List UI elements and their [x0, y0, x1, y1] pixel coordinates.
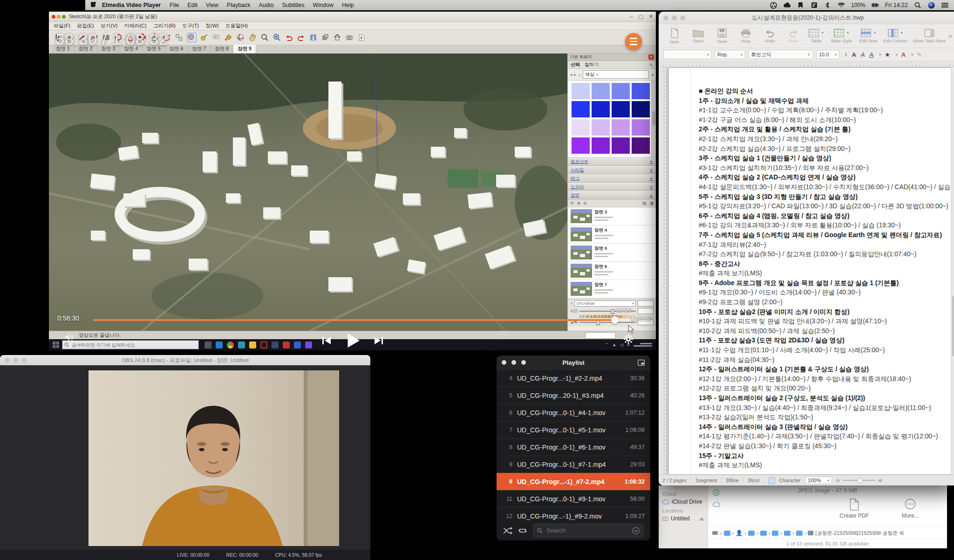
su-menu-help[interactable]: 도움말(H) [225, 22, 248, 29]
italic-button[interactable]: A [861, 51, 865, 58]
color-swatch[interactable] [612, 119, 630, 136]
playlist-search-input[interactable] [545, 526, 629, 534]
player-playlist-button[interactable] [625, 33, 642, 50]
shadow-value-box[interactable] [638, 300, 654, 307]
next-button[interactable] [373, 335, 384, 346]
style-select[interactable]: ▾ [663, 50, 712, 59]
color-swatch[interactable] [612, 137, 630, 154]
tab-select[interactable]: 선택 [571, 61, 580, 68]
disk-crumb-icon[interactable] [712, 530, 718, 536]
tray-section-header[interactable]: 태그▼ [568, 174, 656, 183]
scene-add-icon[interactable]: ⊕ [577, 201, 581, 205]
color-swatch[interactable] [632, 137, 650, 154]
zoom-tool-icon[interactable] [260, 33, 269, 42]
house-tool-icon[interactable] [333, 33, 342, 42]
undo-tool-icon[interactable] [285, 33, 293, 42]
home-icon[interactable]: ⌂ [578, 72, 581, 77]
scene-tab[interactable]: 장면 6 [165, 45, 188, 53]
table-button[interactable]: ▾ Table [805, 29, 826, 43]
zoom-out-icon[interactable]: ⊖ [836, 478, 840, 483]
color-swatch[interactable] [592, 83, 610, 99]
pip-icon[interactable] [638, 360, 645, 366]
tray-section-header[interactable]: 도우미▼ [568, 183, 656, 191]
date-slider[interactable] [579, 322, 636, 323]
volume-icon[interactable] [65, 333, 74, 341]
style-star-button[interactable]: ★ [885, 51, 890, 58]
orbit-tool-icon[interactable] [236, 33, 245, 42]
su-menu-draw[interactable]: 그리기(R) [153, 22, 176, 29]
app-icon-purple[interactable] [305, 341, 312, 348]
chrome-app-icon[interactable] [227, 341, 234, 348]
tray-chevron-icon[interactable]: ⌃ [605, 342, 609, 347]
scene-list-item[interactable]: 장면 7 [568, 280, 656, 298]
su-menu-edit[interactable]: 편집(E) [77, 22, 94, 29]
scene-list-item[interactable]: 장면 6 [568, 262, 656, 280]
su-menu-tools[interactable]: 도구(T) [182, 22, 199, 29]
bold-button[interactable]: A [852, 51, 856, 58]
tray-section-header[interactable]: 스타일▼ [568, 166, 656, 174]
su-menu-camera[interactable]: 카메라(C) [124, 22, 146, 29]
tray-section-header[interactable]: 컴포넌트▼ [568, 157, 656, 166]
create-pdf-button[interactable]: Create PDF [839, 499, 869, 519]
offset-tool-icon[interactable] [187, 33, 197, 42]
scene-tab[interactable]: 장면 8 [211, 45, 233, 53]
color-swatch[interactable] [632, 101, 650, 117]
forward-arrow-icon[interactable]: ▸ [574, 72, 577, 77]
export-tool-icon[interactable] [357, 33, 366, 42]
scene-list-item[interactable]: 장면 3 [568, 207, 656, 225]
edit-column-button[interactable]: ▾ Edit Column [881, 29, 910, 43]
scene-remove-icon[interactable]: ⊖ [583, 201, 587, 205]
color-swatch[interactable] [632, 119, 650, 136]
scene-view-options-icon[interactable]: ▤ [642, 201, 647, 205]
close-icon[interactable]: ✕ [649, 14, 653, 20]
scene-refresh-icon[interactable]: ⟳ [571, 201, 574, 205]
tray-section-scenes[interactable]: 장면▲ [568, 191, 656, 199]
spotlight-icon[interactable] [914, 1, 921, 9]
color-swatch[interactable] [572, 83, 590, 99]
menu-help[interactable]: Help [342, 2, 354, 8]
color-swatch[interactable] [572, 137, 590, 154]
menu-file[interactable]: File [170, 2, 179, 8]
scene-list-item[interactable]: 장면 5 [568, 244, 656, 262]
rep-select[interactable]: Rep.▾ [715, 50, 745, 59]
save-button[interactable]: Save [710, 28, 734, 44]
swatch-scrollbar[interactable] [651, 81, 656, 157]
new-button[interactable]: New [662, 28, 686, 44]
task-view-icon[interactable] [204, 341, 211, 348]
color-swatch[interactable] [592, 137, 610, 154]
zoom-slider[interactable] [843, 480, 875, 481]
undo-button[interactable]: Undo [758, 29, 782, 43]
tape-measure-tool-icon[interactable] [200, 33, 209, 42]
menu-view[interactable]: View [206, 2, 218, 8]
table-style-button[interactable]: ▾ Table Style [826, 29, 856, 43]
zoom-select[interactable]: 100%▾ [805, 477, 832, 484]
document-page[interactable]: ■ 온라인 강의 순서 1주 - 강의소개 / 실습 및 재택수업 과제 #1-… [669, 68, 954, 474]
su-menu-window[interactable]: 창(W) [205, 22, 219, 29]
sidebar-item-untitled[interactable]: Untitled ⏏ [662, 515, 704, 522]
shadow-toggle-icon[interactable]: ◔ [570, 301, 572, 306]
highlight-pen-button[interactable]: ✎ [917, 51, 922, 58]
folder-crumb-icon2[interactable] [748, 531, 755, 536]
materials-dropdown[interactable]: 색상▾ [583, 70, 649, 79]
toolbar-overflow-icon[interactable]: » [948, 32, 952, 40]
font-size-select[interactable]: 10.0▾ [816, 50, 839, 59]
measurement-box[interactable] [585, 332, 616, 339]
menu-playback[interactable]: Playback [227, 2, 251, 8]
color-swatch[interactable] [612, 83, 630, 99]
notification-center-icon[interactable] [941, 1, 948, 9]
edit-row-button[interactable]: ▾ Edit Row [856, 29, 880, 43]
more-button[interactable]: More... [902, 499, 919, 519]
wifi-icon[interactable] [838, 1, 845, 9]
components-tool-icon[interactable] [321, 33, 330, 42]
back-arrow-icon[interactable]: ◂ [570, 72, 572, 77]
filter-chevron-icon[interactable] [632, 527, 640, 534]
su-menu-file[interactable]: 파일(F) [54, 22, 70, 29]
bluetooth-icon[interactable] [824, 1, 831, 9]
illustrator-app-icon[interactable] [283, 341, 290, 348]
menu-edit[interactable]: Edit [187, 2, 198, 8]
siri-icon[interactable] [927, 1, 935, 9]
open-button[interactable]: Open [686, 29, 710, 43]
redo-button[interactable]: Redo [782, 29, 805, 43]
eject-icon[interactable]: ⏏ [700, 516, 704, 521]
menu-subtitles[interactable]: Subtitles [282, 2, 305, 8]
